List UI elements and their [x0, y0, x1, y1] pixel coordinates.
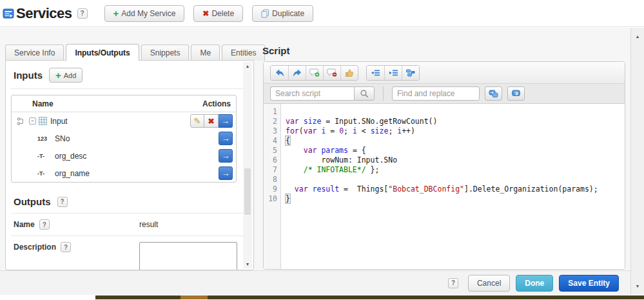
- cancel-button[interactable]: Cancel: [468, 275, 510, 292]
- footer-help-button[interactable]: ?: [448, 278, 458, 288]
- arrow-right-icon: →: [222, 168, 230, 178]
- scroll-down-icon[interactable]: ▼: [243, 262, 252, 266]
- page-help-button[interactable]: ?: [77, 8, 88, 19]
- tab-me[interactable]: Me: [191, 45, 220, 61]
- inputs-header: Inputs + Add: [6, 61, 253, 88]
- goto-parameter-button[interactable]: →: [219, 149, 233, 163]
- code-line[interactable]: {: [286, 136, 625, 146]
- reformat-code-button[interactable]: [402, 66, 419, 80]
- replace-all-icon: [511, 90, 521, 98]
- code-line[interactable]: var params = {: [286, 146, 625, 155]
- input-child-row[interactable]: -T- org_desc →: [12, 147, 236, 165]
- duplicate-label: Duplicate: [272, 9, 304, 18]
- input-root-row[interactable]: − Input ✎ ✖ →: [12, 112, 236, 130]
- remove-comment-button[interactable]: [323, 66, 340, 80]
- pencil-icon: ✎: [194, 116, 201, 126]
- input-row-label: Input: [50, 117, 68, 126]
- infotable-icon: [39, 117, 47, 125]
- thumbs-up-icon: [345, 68, 355, 77]
- horizontal-scrollbar-thumb[interactable]: [181, 295, 208, 299]
- delete-button[interactable]: ✖ Delete: [193, 5, 243, 22]
- input-child-row[interactable]: 123 SNo →: [12, 130, 236, 147]
- goto-input-button[interactable]: →: [219, 114, 233, 128]
- indent-button[interactable]: [384, 66, 402, 80]
- code-line[interactable]: var result = Things["Bobcat_DBConfig"].D…: [286, 185, 625, 194]
- outdent-button[interactable]: [367, 66, 384, 80]
- arrow-right-icon: →: [222, 151, 230, 161]
- output-description-label: Description: [14, 243, 56, 252]
- remove-comment-icon: [327, 68, 337, 77]
- line-number: 9: [264, 185, 277, 194]
- edit-input-button[interactable]: ✎: [190, 114, 204, 128]
- code-lines[interactable]: var size = Input.SNo.getRowCount()for(va…: [281, 104, 625, 269]
- page-scrollbar[interactable]: ▲ ▼: [630, 28, 644, 295]
- inputs-outputs-panel: Inputs + Add Name Actions: [5, 60, 254, 270]
- horizontal-scrollbar[interactable]: [95, 295, 644, 299]
- input-child-row[interactable]: -T- org_name →: [12, 165, 236, 182]
- tab-entities[interactable]: Entities: [222, 45, 265, 61]
- approve-button[interactable]: [340, 66, 358, 80]
- code-editor[interactable]: 12345678910 var size = Input.SNo.getRowC…: [264, 104, 625, 269]
- footer-bar: ? Cancel Done Save Entity: [0, 270, 630, 295]
- tab-snippets[interactable]: Snippets: [141, 45, 190, 61]
- inputs-table-header: Name Actions: [12, 95, 236, 112]
- code-line[interactable]: }: [286, 194, 625, 204]
- tab-inputs-outputs[interactable]: Inputs/Outputs: [66, 44, 139, 61]
- delete-label: Delete: [211, 9, 234, 18]
- output-description-row: Description ?: [6, 236, 253, 270]
- done-button[interactable]: Done: [516, 275, 553, 292]
- duplicate-button[interactable]: Duplicate: [252, 5, 313, 22]
- outputs-header: Outputs ?: [6, 189, 253, 213]
- scroll-down-icon[interactable]: ▼: [631, 284, 644, 288]
- plus-icon: +: [113, 8, 119, 18]
- script-searchbar: [264, 84, 625, 104]
- output-name-help-button[interactable]: ?: [39, 219, 50, 230]
- code-line[interactable]: rowNum: Input.SNo: [286, 155, 625, 165]
- script-toolbar: [264, 62, 625, 84]
- undo-button[interactable]: [271, 66, 288, 80]
- search-button[interactable]: [354, 86, 375, 101]
- string-type-icon: -T-: [37, 153, 52, 159]
- delete-input-button[interactable]: ✖: [204, 114, 219, 128]
- format-button-group: [366, 65, 420, 81]
- outputs-title: Outputs: [14, 196, 51, 207]
- search-script-input[interactable]: [270, 86, 354, 101]
- column-name: Name: [32, 99, 54, 108]
- outputs-help-button[interactable]: ?: [57, 197, 68, 207]
- goto-parameter-button[interactable]: →: [219, 132, 233, 145]
- code-line[interactable]: [286, 175, 625, 185]
- goto-parameter-button[interactable]: →: [219, 166, 233, 180]
- find-replace-input[interactable]: [392, 86, 480, 101]
- replace-button[interactable]: [485, 86, 502, 101]
- left-panel-scrollbar[interactable]: ▲ ▼: [243, 62, 252, 268]
- edit-button-group: [270, 65, 358, 81]
- header: Services ? + Add My Service ✖ Delete Dup…: [0, 0, 644, 27]
- scroll-up-icon[interactable]: ▲: [243, 64, 252, 68]
- input-row-label: org_name: [55, 169, 90, 178]
- description-textarea[interactable]: [139, 242, 237, 270]
- search-icon: [360, 89, 369, 98]
- tab-service-info[interactable]: Service Info: [5, 45, 64, 61]
- code-line[interactable]: /* INFOTABLE*/ };: [286, 165, 625, 175]
- scrollbar-thumb[interactable]: [244, 168, 251, 215]
- add-input-button[interactable]: + Add: [49, 68, 83, 83]
- add-input-label: Add: [64, 72, 77, 79]
- code-line[interactable]: var size = Input.SNo.getRowCount(): [286, 117, 625, 126]
- output-name-value: result: [139, 219, 158, 229]
- services-editor: Services ? + Add My Service ✖ Delete Dup…: [0, 0, 644, 300]
- code-gutter: 12345678910: [264, 104, 281, 269]
- add-comment-button[interactable]: [306, 66, 323, 80]
- line-number: 4: [264, 136, 277, 146]
- collapse-icon[interactable]: −: [29, 117, 36, 125]
- scroll-up-icon[interactable]: ▲: [631, 34, 644, 39]
- save-entity-button[interactable]: Save Entity: [559, 275, 619, 292]
- input-row-label: org_desc: [55, 152, 86, 161]
- line-number: 10: [264, 194, 277, 204]
- add-my-service-button[interactable]: + Add My Service: [104, 5, 185, 22]
- output-description-help-button[interactable]: ?: [61, 242, 71, 252]
- replace-all-button[interactable]: [507, 86, 525, 101]
- redo-button[interactable]: [288, 66, 306, 80]
- code-line[interactable]: [286, 107, 625, 117]
- code-line[interactable]: for(var i = 0; i < size; i++): [286, 126, 625, 136]
- line-number: 7: [264, 165, 277, 175]
